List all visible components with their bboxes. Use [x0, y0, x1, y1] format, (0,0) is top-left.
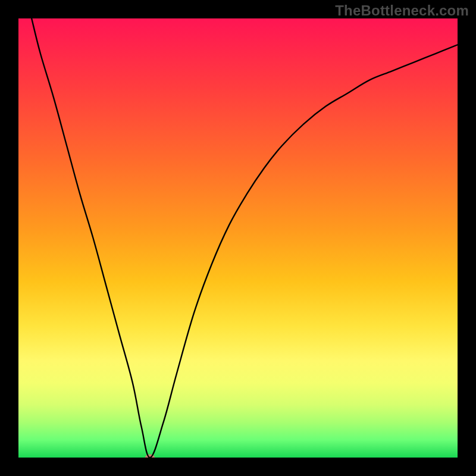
watermark-text: TheBottleneck.com: [335, 2, 469, 19]
bottleneck-curve: [18, 18, 458, 458]
plot-area: [18, 18, 458, 458]
chart-frame: TheBottleneck.com: [0, 0, 476, 476]
